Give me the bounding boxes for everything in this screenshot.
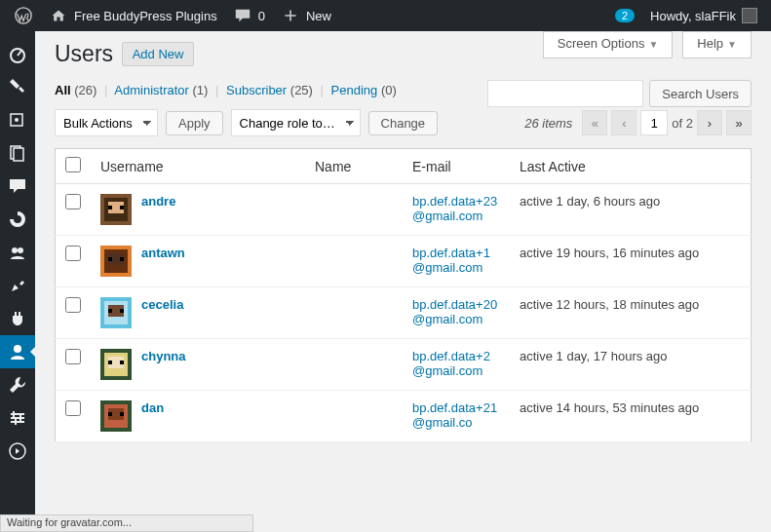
search-button[interactable]: Search Users (649, 80, 752, 107)
account[interactable]: Howdy, slaFFik (642, 0, 765, 31)
menu-posts[interactable] (0, 70, 35, 103)
column-email[interactable]: E-mail (403, 149, 510, 184)
email-link[interactable]: bp.def.data+21@gmail.co (412, 400, 497, 430)
notification-badge: 2 (615, 9, 635, 22)
search-input[interactable] (487, 80, 643, 107)
username-link[interactable]: dan (141, 400, 164, 415)
row-checkbox[interactable] (65, 349, 81, 364)
last-active-cell: active 12 hours, 18 minutes ago (510, 287, 752, 339)
svg-rect-10 (11, 417, 24, 419)
first-page-button[interactable]: « (582, 110, 607, 135)
last-page-button[interactable]: » (726, 110, 752, 135)
column-username[interactable]: Username (91, 149, 305, 184)
menu-activity[interactable] (0, 203, 35, 236)
wp-logo[interactable] (6, 0, 41, 31)
svg-rect-14 (15, 419, 17, 425)
current-page-input[interactable] (640, 110, 668, 135)
comment-icon (233, 6, 252, 25)
email-link[interactable]: bp.def.data+1@gmail.com (412, 246, 490, 275)
svg-point-6 (12, 247, 18, 253)
users-table: Username Name E-mail Last Active (55, 148, 752, 442)
column-name[interactable]: Name (305, 149, 403, 184)
menu-media[interactable] (0, 103, 35, 136)
comments-count: 0 (258, 9, 265, 23)
user-avatar (100, 349, 132, 380)
svg-rect-40 (120, 412, 124, 416)
username-link[interactable]: cecelia (141, 297, 183, 312)
menu-users[interactable] (0, 335, 35, 368)
admin-bar: Free BuddyPress Plugins 0 New 2 Howdy, s… (0, 0, 771, 31)
menu-collapse[interactable] (0, 435, 35, 468)
user-avatar (100, 297, 132, 328)
menu-plugins[interactable] (0, 302, 35, 335)
svg-rect-13 (19, 415, 21, 421)
prev-page-button[interactable]: ‹ (611, 110, 636, 135)
name-cell (305, 287, 403, 339)
browser-statusbar: Waiting for gravatar.com... (0, 514, 253, 532)
email-link[interactable]: bp.def.data+20@gmail.com (412, 297, 497, 326)
menu-comments[interactable] (0, 170, 35, 203)
row-checkbox[interactable] (65, 194, 81, 209)
filter-all[interactable]: All (55, 83, 71, 97)
column-last-active[interactable]: Last Active (510, 149, 752, 184)
new-content[interactable]: New (273, 0, 339, 31)
add-new-button[interactable]: Add New (122, 42, 195, 66)
svg-rect-24 (108, 257, 112, 261)
apply-button[interactable]: Apply (166, 111, 223, 135)
new-label: New (306, 9, 331, 23)
site-title: Free BuddyPress Plugins (74, 9, 217, 23)
comments-bubble[interactable]: 0 (225, 0, 273, 31)
svg-rect-19 (108, 206, 112, 209)
filter-subscriber[interactable]: Subscriber (226, 83, 287, 97)
menu-tools[interactable] (0, 368, 35, 401)
menu-groups[interactable] (0, 236, 35, 269)
table-row: antawn bp.def.data+1@gmail.com active 19… (56, 236, 752, 287)
bulk-actions-select[interactable]: Bulk Actions (55, 109, 158, 136)
svg-point-8 (14, 345, 21, 353)
site-home[interactable]: Free BuddyPress Plugins (41, 0, 225, 31)
next-page-button[interactable]: › (697, 110, 722, 135)
svg-rect-20 (120, 206, 124, 209)
svg-point-3 (15, 118, 19, 122)
user-avatar (100, 194, 132, 225)
user-avatar-icon (742, 8, 757, 23)
menu-dashboard[interactable] (0, 37, 35, 70)
admin-sidemenu (0, 31, 35, 514)
svg-rect-30 (120, 309, 124, 313)
page-title: Users (55, 41, 113, 67)
filter-pending[interactable]: Pending (331, 83, 378, 97)
svg-rect-34 (108, 361, 112, 364)
last-active-cell: active 1 day, 17 hours ago (510, 339, 752, 391)
svg-rect-5 (14, 148, 23, 161)
table-row: cecelia bp.def.data+20@gmail.com active … (56, 287, 752, 339)
change-role-select[interactable]: Change role to… (231, 109, 361, 136)
pagination: 26 items « ‹ of 2 › » (524, 110, 752, 135)
menu-settings[interactable] (0, 401, 35, 435)
table-row: andre bp.def.data+23@gmail.com active 1 … (56, 184, 752, 236)
menu-appearance[interactable] (0, 269, 35, 302)
username-link[interactable]: andre (141, 194, 175, 209)
username-link[interactable]: chynna (141, 349, 186, 363)
name-cell (305, 339, 403, 391)
filter-administrator[interactable]: Administrator (114, 83, 189, 97)
svg-rect-25 (120, 257, 124, 261)
main-content: Screen Options▼ Help▼ Users Add New All … (35, 31, 771, 514)
row-checkbox[interactable] (65, 400, 81, 416)
last-active-cell: active 14 hours, 53 minutes ago (510, 391, 752, 442)
help-toggle[interactable]: Help▼ (682, 31, 752, 58)
total-pages: of 2 (672, 116, 693, 131)
email-link[interactable]: bp.def.data+23@gmail.com (412, 194, 497, 223)
wordpress-icon (14, 6, 33, 25)
row-checkbox[interactable] (65, 246, 81, 261)
change-button[interactable]: Change (368, 111, 439, 135)
home-icon (49, 6, 68, 25)
username-link[interactable]: antawn (141, 246, 185, 260)
menu-pages[interactable] (0, 136, 35, 170)
table-row: dan bp.def.data+21@gmail.co active 14 ho… (56, 391, 752, 442)
last-active-cell: active 1 day, 6 hours ago (510, 184, 752, 236)
notifications[interactable]: 2 (607, 0, 642, 31)
email-link[interactable]: bp.def.data+2@gmail.com (412, 349, 490, 378)
row-checkbox[interactable] (65, 297, 81, 313)
select-all-checkbox[interactable] (65, 157, 81, 172)
screen-options-toggle[interactable]: Screen Options▼ (543, 31, 674, 58)
